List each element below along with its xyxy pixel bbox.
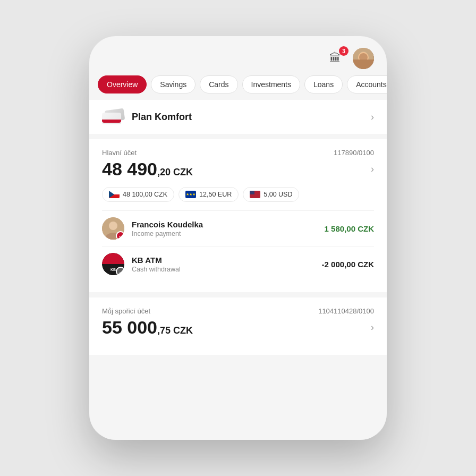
svg-point-5: [109, 222, 117, 230]
savings-balance-decimal: ,75 CZK: [157, 325, 193, 336]
savings-header: Můj spořicí účet 1104110428/0100: [102, 307, 374, 315]
francois-avatar: ←: [102, 217, 124, 240]
main-account-number: 117890/0100: [334, 149, 374, 157]
phone-screen: 🏛 3 Overview Savings Cards Investments: [89, 36, 387, 440]
czk-amount: 48 100,00 CZK: [123, 191, 167, 198]
currency-pills: 48 100,00 CZK ★★★ 12,50 EUR 5,00 USD: [102, 187, 374, 202]
tab-savings[interactable]: Savings: [151, 75, 196, 94]
main-account-balance-row[interactable]: 48 490,20 CZK ›: [102, 159, 374, 180]
avatar-image: [353, 48, 374, 69]
kb-amount: -2 000,00 CZK: [322, 260, 374, 269]
tab-investments[interactable]: Investments: [242, 75, 300, 94]
plan-cards-icon: [102, 109, 124, 124]
kb-info: KB ATM Cash withdrawal: [132, 256, 314, 273]
francois-amount: 1 580,00 CZK: [325, 224, 374, 233]
avatar[interactable]: [353, 48, 374, 69]
account-header: Hlavní účet 117890/0100: [102, 149, 374, 157]
svg-point-1: [359, 52, 368, 60]
svg-point-3: [360, 52, 367, 60]
plan-card-front: [102, 113, 121, 124]
tab-loans[interactable]: Loans: [304, 75, 343, 94]
savings-number: 1104110428/0100: [318, 307, 374, 315]
svg-point-0: [353, 48, 374, 69]
balance-decimal: ,20 CZK: [157, 167, 193, 177]
savings-balance: 55 000,75 CZK: [102, 317, 193, 338]
transaction-list: ← Francois Koudelka Income payment 1 580…: [102, 210, 374, 282]
plan-left: Plan Komfort: [102, 109, 192, 124]
notification-badge: 3: [339, 46, 348, 56]
tab-overview[interactable]: Overview: [98, 75, 147, 94]
kb-avatar: KB →: [102, 253, 124, 275]
flag-cz-icon: [109, 191, 120, 198]
flag-us-icon: [250, 191, 260, 198]
currency-pill-czk[interactable]: 48 100,00 CZK: [102, 187, 174, 202]
savings-chevron-icon: ›: [371, 322, 374, 333]
tab-cards[interactable]: Cards: [200, 75, 237, 94]
main-account-balance: 48 490,20 CZK: [102, 159, 193, 180]
francois-desc: Income payment: [132, 230, 317, 237]
usd-amount: 5,00 USD: [264, 191, 292, 198]
transaction-item[interactable]: ← Francois Koudelka Income payment 1 580…: [102, 210, 374, 246]
header: 🏛 3: [89, 41, 387, 73]
main-account-section: Hlavní účet 117890/0100 48 490,20 CZK › …: [89, 139, 387, 292]
plan-chevron-icon: ›: [371, 112, 374, 123]
flag-eu-icon: ★★★: [185, 191, 196, 198]
savings-balance-whole: 55 000: [102, 317, 157, 337]
svg-point-2: [356, 63, 371, 69]
plan-card-stripe: [102, 120, 121, 123]
currency-pill-eur[interactable]: ★★★ 12,50 EUR: [178, 187, 239, 202]
balance-whole: 48 490: [102, 159, 157, 179]
plan-row: Plan Komfort ›: [102, 109, 374, 124]
transaction-item-kb[interactable]: KB → KB ATM Cash withdrawal -2 000,00 CZ…: [102, 246, 374, 282]
kb-name: KB ATM: [132, 256, 314, 265]
income-badge-icon: ←: [116, 231, 124, 240]
kb-top: [102, 253, 124, 264]
main-content: Plan Komfort › Hlavní účet 117890/0100 4…: [89, 100, 387, 440]
savings-account-section: Můj spořicí účet 1104110428/0100 55 000,…: [89, 298, 387, 355]
tab-accounts[interactable]: Accounts: [347, 75, 387, 94]
plan-section[interactable]: Plan Komfort ›: [89, 100, 387, 134]
savings-label: Můj spořicí účet: [102, 307, 150, 315]
account-chevron-icon: ›: [371, 164, 374, 175]
francois-info: Francois Koudelka Income payment: [132, 220, 317, 237]
main-account-label: Hlavní účet: [102, 149, 137, 157]
francois-name: Francois Koudelka: [132, 220, 317, 229]
phone-frame: 🏛 3 Overview Savings Cards Investments: [89, 36, 387, 440]
currency-pill-usd[interactable]: 5,00 USD: [243, 187, 299, 202]
nav-tabs: Overview Savings Cards Investments Loans…: [89, 73, 387, 100]
eur-amount: 12,50 EUR: [199, 191, 232, 198]
withdrawal-badge-icon: →: [116, 267, 124, 275]
plan-name: Plan Komfort: [132, 112, 192, 123]
savings-balance-row[interactable]: 55 000,75 CZK ›: [102, 317, 374, 338]
kb-desc: Cash withdrawal: [132, 266, 314, 273]
bank-icon-wrapper[interactable]: 🏛 3: [325, 48, 345, 69]
